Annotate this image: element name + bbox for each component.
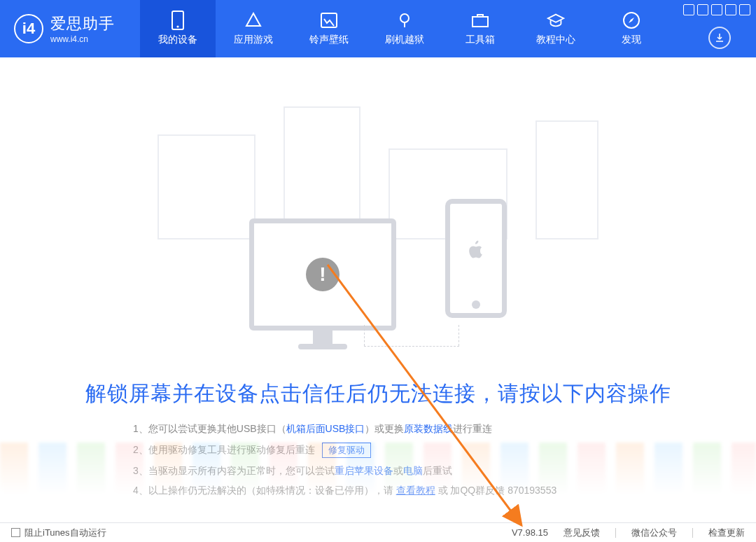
monitor-graphic: !: [249, 218, 396, 331]
wechat-link[interactable]: 微信公众号: [631, 527, 677, 539]
window-controls: [683, 4, 750, 15]
feedback-link[interactable]: 意见反馈: [564, 527, 600, 539]
nav-label: 发现: [622, 34, 641, 46]
app-header: i4 爱思助手 www.i4.cn 我的设备 应用游戏 铃声壁纸: [0, 0, 756, 57]
skin-button[interactable]: [683, 4, 694, 15]
link-usb-port[interactable]: 机箱后面USB接口: [286, 423, 365, 434]
download-progress-button[interactable]: [708, 27, 731, 49]
nav-flash[interactable]: 刷机越狱: [367, 0, 442, 57]
logo-icon: i4: [14, 14, 43, 43]
block-itunes-label: 阻止iTunes自动运行: [24, 527, 106, 539]
logo-block: i4 爱思助手 www.i4.cn: [14, 13, 140, 44]
nav-apps[interactable]: 应用游戏: [216, 0, 291, 57]
nav-label: 应用游戏: [234, 34, 273, 46]
apple-logo-icon: [468, 239, 484, 264]
app-url: www.i4.cn: [50, 34, 115, 44]
nav-toolbox[interactable]: 工具箱: [442, 0, 518, 57]
maximize-button[interactable]: [725, 4, 736, 15]
app-icons-background: [0, 443, 756, 499]
compass-icon: [622, 11, 640, 29]
footer-right: V7.98.15 意见反馈 微信公众号 检查更新: [512, 527, 745, 539]
nav-label: 铃声壁纸: [309, 34, 349, 46]
image-icon: [320, 11, 338, 29]
nav-discover[interactable]: 发现: [594, 0, 669, 57]
svg-point-1: [176, 25, 178, 27]
app-name: 爱思助手: [50, 13, 115, 34]
nav-label: 教程中心: [536, 34, 575, 46]
main-message: 解锁屏幕并在设备点击信任后仍无法连接，请按以下内容操作: [0, 380, 756, 408]
main-area: ! 解锁屏幕并在设备点击信任后仍无法连接，请按以下内容操作 1、您可以尝试更换其…: [0, 57, 756, 518]
check-update-link[interactable]: 检查更新: [708, 527, 745, 539]
link-original-cable[interactable]: 原装数据线: [404, 423, 453, 434]
nav-my-device[interactable]: 我的设备: [140, 0, 216, 57]
instruction-row-1: 1、您可以尝试更换其他USB接口（机箱后面USB接口）或更换原装数据线进行重连: [133, 423, 623, 436]
phone-icon: [169, 11, 187, 29]
logo-text: 爱思助手 www.i4.cn: [50, 13, 115, 44]
exclamation-icon: !: [306, 258, 340, 291]
nav-label: 我的设备: [158, 34, 197, 46]
nav-tutorial[interactable]: 教程中心: [518, 0, 594, 57]
svg-point-3: [400, 14, 409, 22]
svg-rect-5: [472, 17, 488, 27]
grad-cap-icon: [547, 11, 565, 29]
connection-illustration: !: [0, 78, 756, 331]
footer-left: 阻止iTunes自动运行: [11, 527, 106, 539]
close-button[interactable]: [739, 4, 750, 15]
key-icon: [396, 11, 414, 29]
toolbox-icon: [471, 11, 489, 29]
version-label: V7.98.15: [512, 527, 548, 538]
nav-tabs: 我的设备 应用游戏 铃声壁纸 刷机越狱 工具箱: [140, 0, 669, 57]
triangle-icon: [244, 11, 262, 29]
minimize-button[interactable]: [711, 4, 722, 15]
nav-label: 刷机越狱: [385, 34, 424, 46]
menu-button[interactable]: [697, 4, 708, 15]
block-itunes-checkbox[interactable]: [11, 528, 20, 537]
nav-label: 工具箱: [465, 34, 495, 46]
nav-ringtone[interactable]: 铃声壁纸: [291, 0, 367, 57]
status-bar: 阻止iTunes自动运行 V7.98.15 意见反馈 微信公众号 检查更新: [0, 522, 756, 542]
phone-graphic: [445, 199, 507, 318]
